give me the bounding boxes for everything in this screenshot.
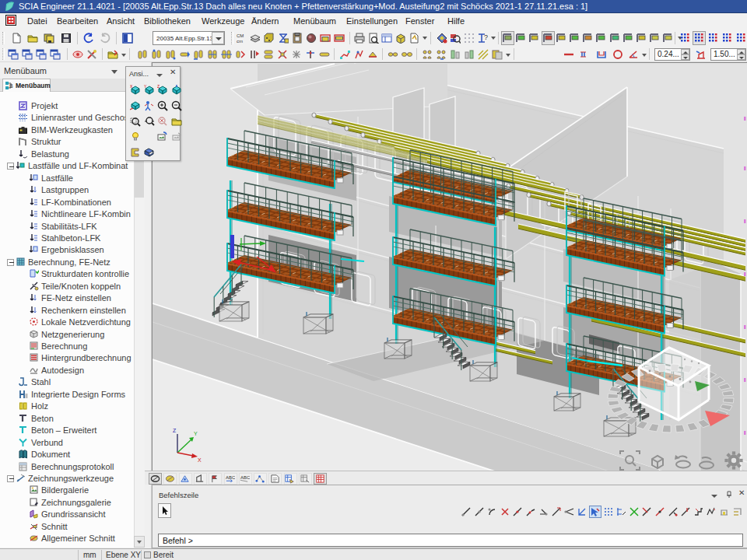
svg-text:?: ? <box>484 33 488 41</box>
svg-text:B: B <box>9 83 13 89</box>
svg-text:Y: Y <box>194 431 198 436</box>
svg-text:ABC: ABC <box>240 474 250 479</box>
svg-text:ABC: ABC <box>226 474 235 479</box>
svg-text:CM: CM <box>237 33 244 38</box>
svg-text:X: X <box>198 457 202 463</box>
svg-text:Z: Z <box>157 85 160 89</box>
svg-text:cm: cm <box>237 39 243 44</box>
svg-text:Z: Z <box>173 428 177 433</box>
